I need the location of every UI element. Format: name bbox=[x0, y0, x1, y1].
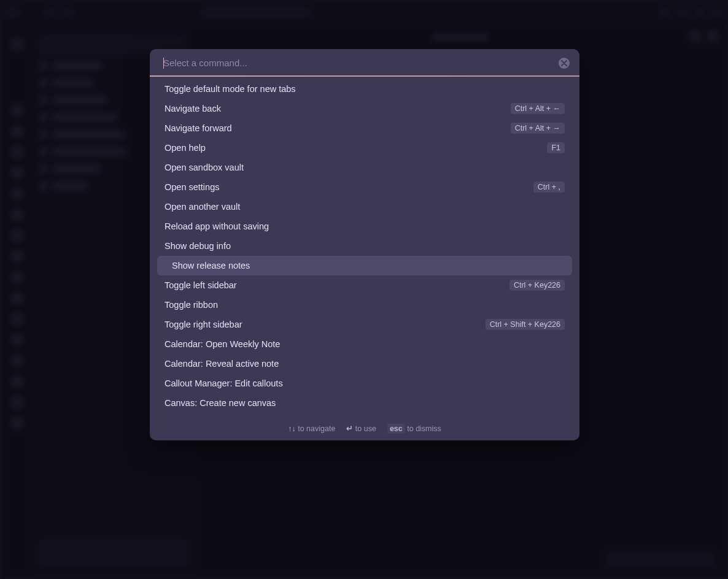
command-item[interactable]: Toggle ribbon bbox=[157, 295, 572, 315]
command-item-hotkey: Ctrl + Key226 bbox=[509, 280, 565, 291]
dismiss-keys: esc bbox=[387, 424, 405, 434]
command-search-input[interactable] bbox=[163, 58, 551, 68]
use-keys: ↵ bbox=[346, 424, 353, 433]
command-item[interactable]: Navigate backCtrl + Alt + ← bbox=[157, 99, 572, 118]
command-item[interactable]: Open another vault bbox=[157, 197, 572, 217]
command-item-label: Show debug info bbox=[165, 241, 231, 251]
command-item-label: Open settings bbox=[165, 182, 219, 192]
command-item[interactable]: Callout Manager: Edit callouts bbox=[157, 374, 572, 393]
accent-divider bbox=[150, 75, 579, 77]
command-item[interactable]: Open sandbox vault bbox=[157, 158, 572, 177]
dismiss-text: to dismiss bbox=[407, 424, 441, 433]
command-item-hotkey: F1 bbox=[547, 142, 565, 153]
text-caret bbox=[163, 58, 164, 69]
command-item-label: Open help bbox=[165, 143, 206, 153]
command-item-label: Reload app without saving bbox=[165, 221, 269, 231]
navigate-text: to navigate bbox=[298, 424, 335, 433]
navigate-keys: ↑↓ bbox=[288, 424, 296, 433]
command-item-label: Toggle ribbon bbox=[165, 300, 218, 310]
command-item-label: Toggle left sidebar bbox=[165, 280, 237, 290]
command-item-label: Canvas: Create new canvas bbox=[165, 398, 276, 408]
command-item-label: Show release notes bbox=[165, 261, 250, 270]
command-item[interactable]: Canvas: Create new canvas bbox=[157, 393, 572, 413]
command-item-label: Open another vault bbox=[165, 202, 240, 212]
command-item[interactable]: Reload app without saving bbox=[157, 217, 572, 236]
command-item[interactable]: Toggle right sidebarCtrl + Shift + Key22… bbox=[157, 315, 572, 334]
command-item-label: Calendar: Reveal active note bbox=[165, 359, 279, 369]
use-text: to use bbox=[355, 424, 376, 433]
command-item-label: Toggle right sidebar bbox=[165, 320, 242, 329]
command-item[interactable]: Calendar: Open Weekly Note bbox=[157, 334, 572, 354]
close-icon[interactable] bbox=[559, 58, 570, 69]
command-item-hotkey: Ctrl + Alt + ← bbox=[511, 103, 565, 114]
command-item[interactable]: Show release notes bbox=[157, 256, 572, 275]
command-item-label: Navigate back bbox=[165, 104, 221, 113]
command-item-label: Open sandbox vault bbox=[165, 163, 244, 172]
command-search-row bbox=[150, 49, 579, 75]
command-item-hotkey: Ctrl + Shift + Key226 bbox=[486, 319, 565, 330]
command-item[interactable]: Calendar: Reveal active note bbox=[157, 354, 572, 374]
command-item-label: Toggle default mode for new tabs bbox=[165, 84, 296, 94]
command-item[interactable]: Toggle left sidebarCtrl + Key226 bbox=[157, 275, 572, 295]
command-item-hotkey: Ctrl + , bbox=[533, 182, 565, 193]
command-item-label: Calendar: Open Weekly Note bbox=[165, 339, 280, 349]
command-item[interactable]: Show debug info bbox=[157, 236, 572, 256]
command-item-label: Navigate forward bbox=[165, 123, 232, 133]
palette-instructions: ↑↓ to navigate ↵ to use esc to dismiss bbox=[150, 418, 579, 440]
command-item[interactable]: Open helpF1 bbox=[157, 138, 572, 158]
command-palette: Toggle default mode for new tabsNavigate… bbox=[150, 49, 579, 440]
command-item[interactable]: Toggle default mode for new tabs bbox=[157, 79, 572, 99]
command-list: Toggle default mode for new tabsNavigate… bbox=[150, 77, 579, 418]
command-item[interactable]: Open settingsCtrl + , bbox=[157, 177, 572, 197]
command-item[interactable]: Navigate forwardCtrl + Alt + → bbox=[157, 118, 572, 138]
command-item-label: Callout Manager: Edit callouts bbox=[165, 378, 283, 388]
command-item-hotkey: Ctrl + Alt + → bbox=[511, 123, 565, 134]
